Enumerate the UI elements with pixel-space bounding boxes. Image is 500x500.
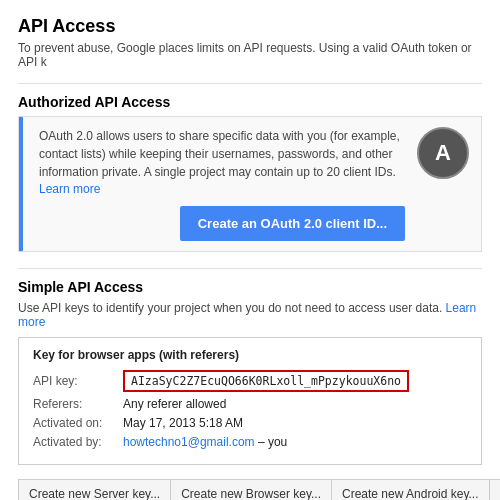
api-key-value[interactable]: AIzaSyC2Z7EcuQO66K0RLxoll_mPpzykouuX6no: [123, 370, 409, 392]
key-box: Key for browser apps (with referers) API…: [18, 337, 482, 465]
auth-box-left-bar: [19, 117, 23, 251]
create-server-key-button[interactable]: Create new Server key...: [18, 479, 170, 500]
authorized-api-box: OAuth 2.0 allows users to share specific…: [18, 116, 482, 252]
page-subtitle: To prevent abuse, Google places limits o…: [18, 41, 482, 69]
referers-row: Referers: Any referer allowed: [33, 397, 467, 411]
activated-by-value: howtechno1@gmail.com – you: [123, 435, 287, 449]
activated-by-label: Activated by:: [33, 435, 123, 449]
api-key-label: API key:: [33, 374, 123, 388]
create-browser-key-button[interactable]: Create new Browser key...: [170, 479, 331, 500]
google-logo-letter: A: [435, 140, 451, 166]
simple-api-section: Simple API Access Use API keys to identi…: [18, 279, 482, 465]
activated-on-label: Activated on:: [33, 416, 123, 430]
activated-by-row: Activated by: howtechno1@gmail.com – you: [33, 435, 467, 449]
authorized-api-title: Authorized API Access: [18, 94, 482, 110]
google-logo: A: [417, 127, 469, 179]
create-oauth-button[interactable]: Create an OAuth 2.0 client ID...: [180, 206, 405, 241]
simple-api-desc-text: Use API keys to identify your project wh…: [18, 301, 442, 315]
activated-on-row: Activated on: May 17, 2013 5:18 AM: [33, 416, 467, 430]
key-buttons-row: Create new Server key... Create new Brow…: [18, 479, 482, 500]
referers-value: Any referer allowed: [123, 397, 226, 411]
create-android-key-button[interactable]: Create new Android key...: [331, 479, 489, 500]
oauth-button-row: Create an OAuth 2.0 client ID...: [39, 206, 405, 241]
create-more-button[interactable]: Cr: [489, 479, 500, 500]
activated-by-email[interactable]: howtechno1@gmail.com: [123, 435, 255, 449]
auth-box-text: OAuth 2.0 allows users to share specific…: [39, 127, 405, 181]
simple-api-title: Simple API Access: [18, 279, 482, 295]
auth-learn-more-link[interactable]: Learn more: [39, 182, 100, 196]
activated-on-value: May 17, 2013 5:18 AM: [123, 416, 243, 430]
key-box-title: Key for browser apps (with referers): [33, 348, 467, 362]
referers-label: Referers:: [33, 397, 123, 411]
simple-api-desc: Use API keys to identify your project wh…: [18, 301, 482, 329]
page-title: API Access: [18, 16, 482, 37]
api-key-row: API key: AIzaSyC2Z7EcuQO66K0RLxoll_mPpzy…: [33, 370, 467, 392]
activated-by-suffix: – you: [258, 435, 287, 449]
auth-box-content: OAuth 2.0 allows users to share specific…: [31, 127, 405, 241]
